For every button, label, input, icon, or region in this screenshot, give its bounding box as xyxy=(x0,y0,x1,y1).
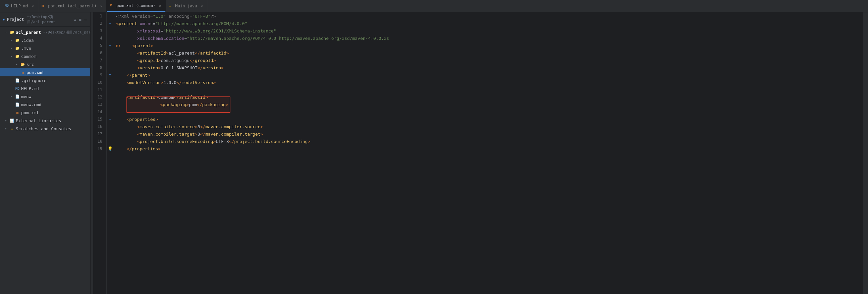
token: groupId xyxy=(140,58,158,63)
token: </ xyxy=(197,65,203,70)
line-num-14: 14 xyxy=(96,108,104,115)
token: 8 xyxy=(197,124,200,129)
token: < xyxy=(126,80,129,85)
token: modelVersion xyxy=(182,80,213,85)
tree-arrow xyxy=(9,54,14,59)
code-line-3: xmlns:xsi="http://www.w3.org/2001/XMLSch… xyxy=(116,27,861,35)
tree-label: Scratches and Consoles xyxy=(16,126,71,131)
code-line-6: <artifactId>acl_parent</artifactId> xyxy=(116,49,861,57)
tree-item-mvnw-cmd[interactable]: 📄 mvnw.cmd xyxy=(0,101,90,109)
token: xmlns xyxy=(140,21,153,26)
line-num-12: 12 xyxy=(96,94,104,101)
modified-marker: m↑ xyxy=(116,43,120,48)
token: packaging xyxy=(163,102,186,107)
token: maven.compiler.target xyxy=(140,132,194,137)
tree-item-src[interactable]: 📂 src xyxy=(0,60,90,68)
token xyxy=(116,139,137,144)
mvnw-icon: 📄 xyxy=(15,94,20,99)
token: > xyxy=(155,117,158,122)
token: pom xyxy=(189,102,196,107)
tab-close-pom-commom[interactable]: × xyxy=(158,3,162,8)
maven-parent-icon: m xyxy=(15,110,20,115)
gutter-14 xyxy=(107,108,113,115)
code-line-10: <modelVersion>4.0.0</modelVersion> xyxy=(116,79,861,86)
tab-help-md[interactable]: MD HELP.md × xyxy=(1,0,38,12)
folder-icon: 📁 xyxy=(15,37,20,43)
collapse-icon-5: ▾ xyxy=(109,44,111,47)
tree-label: External Libraries xyxy=(16,118,61,123)
code-line-13: <packaging>pom</packaging> xyxy=(116,101,861,108)
token: parent xyxy=(132,73,148,78)
token: > xyxy=(213,58,216,63)
tree-item-scratches[interactable]: ✏️ Scratches and Consoles xyxy=(0,124,90,133)
token: ?> xyxy=(211,14,216,19)
token: > xyxy=(308,139,310,144)
token: "http://www.w3.org/2001/XMLSchema-instan… xyxy=(163,29,276,34)
token: properties xyxy=(129,117,155,122)
line-num-17: 17 xyxy=(96,130,104,138)
tree-item-pom-commom[interactable]: m pom.xml xyxy=(0,68,90,76)
tree-item-pom-parent[interactable]: m pom.xml xyxy=(0,109,90,116)
code-line-11 xyxy=(116,86,861,94)
tree-item-ext-libs[interactable]: 📊 External Libraries xyxy=(0,116,90,124)
token: <?xml version= xyxy=(116,14,153,19)
gutter-17 xyxy=(107,130,113,138)
code-line-15: <properties> xyxy=(116,115,861,123)
tree-item-gitignore[interactable]: 📄 .gitignore xyxy=(0,76,90,84)
token: < xyxy=(126,117,129,122)
tab-pom-commom[interactable]: m pom.xml (commom) × xyxy=(107,0,165,12)
token: = xyxy=(184,36,187,41)
token: </ xyxy=(126,73,132,78)
token: groupId xyxy=(195,58,213,63)
token: < xyxy=(137,50,140,56)
tab-label: pom.xml (commom) xyxy=(116,3,155,8)
tree-label: HELP.md xyxy=(21,86,39,91)
line-num-1: 1 xyxy=(96,12,104,20)
token: > xyxy=(213,139,216,144)
code-area[interactable]: <?xml version="1.0" encoding="UTF-8"?> <… xyxy=(113,12,863,294)
tab-close-help[interactable]: × xyxy=(31,4,35,9)
tab-main-java[interactable]: ☕ Main.java × xyxy=(166,0,208,12)
sidebar-title: Project xyxy=(7,17,24,22)
code-line-9: </parent> xyxy=(116,71,861,79)
token: < xyxy=(132,43,135,48)
token xyxy=(116,73,126,78)
tab-label: pom.xml (acl_parent) xyxy=(48,4,97,8)
token xyxy=(116,29,137,34)
tree-label: acl_parent xyxy=(16,30,41,35)
tree-arrow xyxy=(9,38,14,42)
tree-label: mvnw xyxy=(21,94,31,99)
file-tree: 📁 acl_parent ~/Desktop/项目/acl_parent 📁 .… xyxy=(0,27,90,294)
tree-arrow xyxy=(9,94,14,99)
editor-content[interactable]: 1 2 3 4 5 6 7 8 9 10 11 12 13 14 15 16 1… xyxy=(91,12,868,294)
collapse-icon[interactable]: ≡ xyxy=(78,16,82,23)
tree-item-commom[interactable]: 📁 commom xyxy=(0,52,90,60)
main-layout: ▼ Project ~/Desktop/项目/acl_parent ⚙ ≡ — … xyxy=(0,12,868,294)
sidebar-path: ~/Desktop/项目/acl_parent xyxy=(27,14,71,25)
token: < xyxy=(137,139,140,144)
token: > xyxy=(166,50,169,56)
gutter-11 xyxy=(107,86,113,94)
gutter-13 xyxy=(107,101,113,108)
gutter-15[interactable]: ▾ xyxy=(107,115,113,123)
code-line-2: <project xmlns="http://maven.apache.org/… xyxy=(116,20,861,27)
close-sidebar-icon[interactable]: — xyxy=(84,16,88,23)
line-num-2: 2 xyxy=(96,20,104,27)
tree-item-mvn[interactable]: 📁 .mvn xyxy=(0,44,90,52)
gutter-2[interactable]: ▾ xyxy=(107,20,113,27)
tree-label: .gitignore xyxy=(21,78,46,83)
token: </ xyxy=(200,124,205,129)
gutter-9[interactable]: ⊟ xyxy=(107,71,113,79)
settings-icon[interactable]: ⚙ xyxy=(73,16,77,23)
tree-item-mvnw[interactable]: 📄 mvnw xyxy=(0,93,90,101)
tree-item-acl-parent[interactable]: 📁 acl_parent ~/Desktop/项目/acl_parent xyxy=(0,28,90,36)
tree-item-idea[interactable]: 📁 .idea xyxy=(0,36,90,44)
token: > xyxy=(158,58,161,63)
tab-close-main-java[interactable]: × xyxy=(200,4,204,9)
tab-close-pom-parent[interactable]: × xyxy=(100,4,103,9)
gutter-5[interactable]: ▾ xyxy=(107,42,113,49)
tree-item-help-md[interactable]: MD HELP.md xyxy=(0,84,90,93)
token: artifactId xyxy=(200,50,226,56)
tab-pom-parent[interactable]: m pom.xml (acl_parent) × xyxy=(38,0,107,12)
sidebar-header: ▼ Project ~/Desktop/项目/acl_parent ⚙ ≡ — xyxy=(0,12,90,27)
